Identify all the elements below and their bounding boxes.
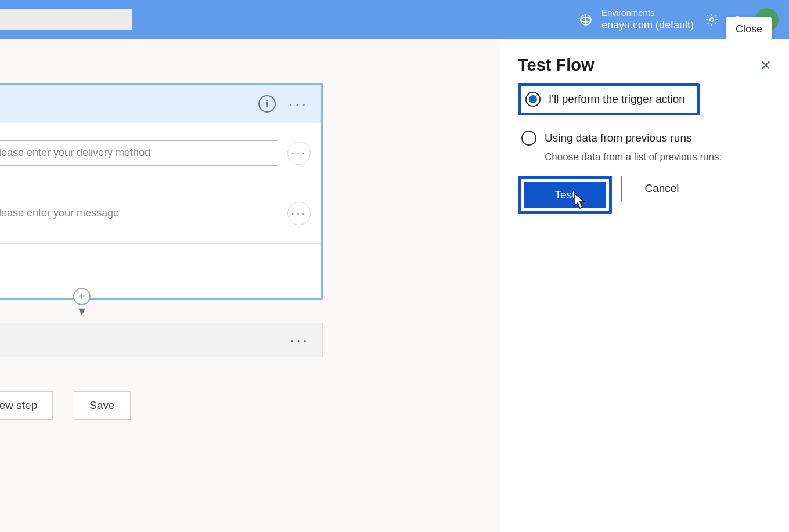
field-row: ···	[0, 123, 321, 183]
radio-trigger-action[interactable]: I'll perform the trigger action	[522, 87, 689, 111]
save-button[interactable]: Save	[74, 391, 130, 420]
trigger-card-menu[interactable]: ···	[289, 95, 308, 113]
radio-previous-runs[interactable]: Using data from previous runs	[518, 126, 772, 150]
step-connector: + ▾	[73, 288, 91, 319]
step-card-menu[interactable]: ···	[290, 331, 309, 349]
test-button[interactable]: Test	[524, 182, 606, 208]
delivery-method-input[interactable]	[0, 140, 278, 166]
cancel-button[interactable]: Cancel	[621, 176, 702, 201]
step-card[interactable]: ···	[0, 323, 323, 357]
close-tooltip: Close	[726, 17, 772, 41]
header-left	[0, 0, 132, 39]
radio-icon	[521, 131, 536, 146]
arrow-down-icon: ▾	[78, 303, 85, 319]
app-header: Environments enayu.com (default) Close	[0, 0, 789, 39]
flow-canvas: i ··· ··· ··· + ▾ ··· New step Save Test…	[0, 39, 789, 532]
environment-picker[interactable]: Environments enayu.com (default)	[578, 8, 694, 31]
trigger-card[interactable]: i ··· ··· ···	[0, 83, 323, 300]
header-search-input[interactable]	[0, 9, 132, 30]
panel-buttons: Test Cancel	[518, 176, 772, 214]
panel-header: Test Flow ✕	[518, 56, 772, 75]
close-icon[interactable]: ✕	[760, 57, 772, 74]
radio-subtext: Choose data from a list of previous runs…	[545, 151, 772, 163]
gear-icon[interactable]	[704, 12, 719, 27]
field-row: ···	[0, 183, 321, 244]
environment-text: Environments enayu.com (default)	[601, 8, 694, 31]
new-step-button[interactable]: New step	[0, 391, 53, 420]
field-menu-icon[interactable]: ···	[287, 142, 311, 165]
canvas-buttons: New step Save	[0, 391, 131, 420]
radio-icon	[525, 92, 541, 107]
radio-label: Using data from previous runs	[545, 132, 691, 144]
trigger-card-header: i ···	[0, 85, 321, 123]
trigger-card-footer	[0, 244, 321, 298]
svg-point-2	[710, 18, 714, 21]
trigger-card-body: ··· ···	[0, 123, 321, 298]
info-icon[interactable]: i	[258, 95, 276, 113]
panel-title: Test Flow	[518, 56, 595, 75]
globe-icon	[578, 12, 593, 27]
environment-name: enayu.com (default)	[601, 19, 694, 32]
field-menu-icon[interactable]: ···	[287, 202, 311, 225]
highlight-test-button: Test	[518, 176, 612, 214]
environments-label: Environments	[601, 8, 694, 19]
test-flow-panel: Test Flow ✕ I'll perform the trigger act…	[500, 39, 789, 532]
radio-label: I'll perform the trigger action	[549, 93, 685, 106]
highlight-trigger-option: I'll perform the trigger action	[518, 83, 700, 115]
message-input[interactable]	[0, 201, 278, 226]
